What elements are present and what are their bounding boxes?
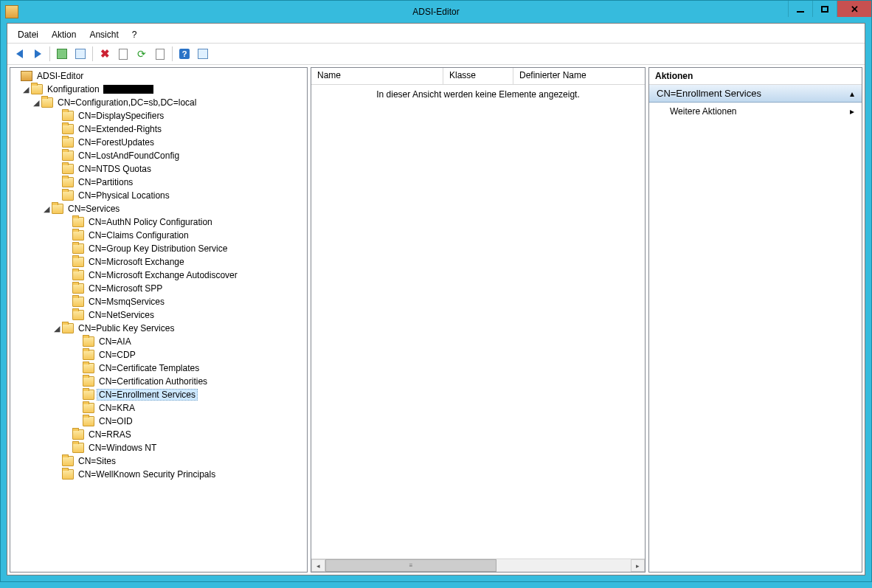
expander-icon[interactable]: ◢ bbox=[21, 84, 31, 94]
tree-services[interactable]: ◢ CN=Services bbox=[10, 202, 307, 215]
back-button[interactable] bbox=[10, 45, 28, 63]
refresh-button[interactable]: ⟳ bbox=[133, 45, 150, 63]
adsi-root-icon bbox=[21, 71, 32, 81]
tree-item[interactable]: ▸CN=Extended-Rights bbox=[10, 122, 307, 136]
actions-pane-icon bbox=[198, 49, 208, 59]
menu-ansicht[interactable]: Ansicht bbox=[83, 28, 124, 41]
properties-button[interactable] bbox=[114, 45, 132, 63]
scroll-track[interactable]: ≡ bbox=[325, 559, 631, 572]
tree-item[interactable]: ▸CN=MsmqServices bbox=[10, 295, 307, 308]
tree-pane[interactable]: ▸ ADSI-Editor ◢ Konfiguration ◢ CN=Confi… bbox=[10, 67, 308, 573]
folder-icon bbox=[62, 164, 74, 174]
minimize-button[interactable] bbox=[788, 1, 812, 17]
folder-icon bbox=[83, 416, 94, 426]
pane-icon bbox=[75, 49, 86, 59]
tree-item[interactable]: ▸CN=NTDS Quotas bbox=[10, 162, 307, 176]
forward-button[interactable] bbox=[29, 45, 46, 63]
export-button[interactable] bbox=[151, 45, 169, 63]
app-body: Datei Aktion Ansicht ? ✖ ⟳ ? bbox=[7, 23, 865, 575]
column-name[interactable]: Name bbox=[311, 68, 443, 84]
toolbar-separator bbox=[92, 46, 93, 61]
column-klasse[interactable]: Klasse bbox=[443, 68, 513, 84]
folder-icon bbox=[62, 151, 74, 161]
tree-item[interactable]: ▸CN=RRAS bbox=[10, 428, 307, 441]
horizontal-scrollbar[interactable]: ◂ ≡ ▸ bbox=[311, 558, 645, 572]
tree-label: CN=Certificate Templates bbox=[97, 362, 201, 374]
close-button[interactable]: ✕ bbox=[837, 1, 871, 17]
tree-label: CN=DisplaySpecifiers bbox=[76, 110, 166, 122]
actions-more[interactable]: Weitere Aktionen ▸ bbox=[649, 103, 862, 120]
tree-item[interactable]: ▸CN=Certification Authorities bbox=[10, 375, 307, 388]
tree-root[interactable]: ▸ ADSI-Editor bbox=[10, 69, 307, 83]
folder-icon bbox=[52, 204, 63, 214]
folder-icon bbox=[72, 310, 84, 320]
show-actions-button[interactable] bbox=[194, 45, 212, 63]
list-pane[interactable]: Name Klasse Definierter Name In dieser A… bbox=[311, 67, 646, 573]
scroll-thumb[interactable]: ≡ bbox=[325, 559, 496, 572]
help-icon: ? bbox=[179, 49, 190, 59]
tree-label: CN=Partitions bbox=[76, 176, 135, 188]
tree-label: CN=NTDS Quotas bbox=[76, 163, 153, 175]
tree-item[interactable]: ▸CN=Certificate Templates bbox=[10, 362, 307, 375]
empty-message: In dieser Ansicht werden keine Elemente … bbox=[376, 89, 580, 100]
menu-help[interactable]: ? bbox=[126, 28, 143, 41]
tree-item[interactable]: ▸CN=KRA bbox=[10, 401, 307, 415]
tree-item[interactable]: ▸CN=Microsoft Exchange bbox=[10, 255, 307, 269]
tree-item[interactable]: ▸CN=Windows NT bbox=[10, 441, 307, 454]
expander-icon[interactable]: ◢ bbox=[52, 323, 62, 333]
tree-item[interactable]: ▸CN=ForestUpdates bbox=[10, 136, 307, 149]
folder-icon bbox=[41, 97, 53, 108]
tree-item[interactable]: ▸CN=Partitions bbox=[10, 176, 307, 189]
menu-aktion[interactable]: Aktion bbox=[46, 28, 82, 41]
folder-icon bbox=[83, 390, 94, 400]
column-dn[interactable]: Definierter Name bbox=[513, 68, 645, 84]
folder-icon bbox=[83, 376, 94, 387]
tree-item[interactable]: ▸CN=DisplaySpecifiers bbox=[10, 109, 307, 122]
tree-item[interactable]: ▸CN=Microsoft Exchange Autodiscover bbox=[10, 269, 307, 282]
folder-icon bbox=[83, 363, 94, 373]
actions-selected-node[interactable]: CN=Enrollment Services ▴ bbox=[649, 85, 862, 103]
tree-item[interactable]: ▸CN=CDP bbox=[10, 348, 307, 362]
show-hide-tree-button[interactable] bbox=[72, 45, 89, 63]
tree-item[interactable]: ▸CN=WellKnown Security Principals bbox=[10, 468, 307, 481]
tree-label: CN=AIA bbox=[97, 336, 134, 347]
folder-icon bbox=[62, 137, 74, 148]
up-button[interactable] bbox=[53, 45, 71, 63]
toolbar: ✖ ⟳ ? bbox=[7, 44, 865, 65]
tree-item[interactable]: ▸CN=Physical Locations bbox=[10, 189, 307, 202]
delete-button[interactable]: ✖ bbox=[96, 45, 114, 63]
tree-public-key-services[interactable]: ◢ CN=Public Key Services bbox=[10, 322, 307, 335]
scroll-left-button[interactable]: ◂ bbox=[311, 559, 325, 572]
tree-label: CN=Claims Configuration bbox=[86, 229, 191, 241]
tree-configuration-dn[interactable]: ◢ CN=Configuration,DC=sb,DC=local bbox=[10, 96, 307, 109]
menu-datei[interactable]: Datei bbox=[12, 28, 44, 41]
tree-label: CN=Microsoft Exchange bbox=[86, 256, 187, 268]
tree-enrollment-services[interactable]: ▸ CN=Enrollment Services bbox=[10, 388, 307, 401]
tree-konfiguration[interactable]: ◢ Konfiguration bbox=[10, 83, 307, 96]
tree-item[interactable]: ▸CN=LostAndFoundConfig bbox=[10, 149, 307, 162]
folder-icon bbox=[72, 243, 84, 254]
tree-item[interactable]: ▸CN=Group Key Distribution Service bbox=[10, 242, 307, 255]
tree-item[interactable]: ▸CN=Microsoft SPP bbox=[10, 282, 307, 295]
tree-item[interactable]: ▸CN=AIA bbox=[10, 335, 307, 348]
maximize-button[interactable] bbox=[812, 1, 837, 17]
folder-icon bbox=[72, 270, 84, 280]
actions-selected-label: CN=Enrollment Services bbox=[657, 88, 761, 99]
expander-icon[interactable]: ◢ bbox=[31, 97, 41, 108]
tree-label: CN=Services bbox=[66, 203, 122, 215]
tree-item[interactable]: ▸CN=AuthN Policy Configuration bbox=[10, 215, 307, 229]
tree-label: CN=Group Key Distribution Service bbox=[86, 243, 229, 255]
folder-icon bbox=[62, 469, 74, 480]
tree-label: CN=MsmqServices bbox=[86, 296, 167, 308]
expander-icon[interactable]: ◢ bbox=[41, 204, 52, 214]
tree-item[interactable]: ▸CN=NetServices bbox=[10, 308, 307, 322]
titlebar[interactable]: ADSI-Editor ✕ bbox=[1, 1, 871, 23]
tree-item[interactable]: ▸CN=Sites bbox=[10, 454, 307, 468]
tree-label: CN=Microsoft Exchange Autodiscover bbox=[86, 269, 240, 281]
help-button[interactable]: ? bbox=[176, 45, 193, 63]
tree-item[interactable]: ▸CN=Claims Configuration bbox=[10, 229, 307, 242]
scroll-right-button[interactable]: ▸ bbox=[631, 559, 645, 572]
folder-icon bbox=[62, 190, 74, 201]
menubar: Datei Aktion Ansicht ? bbox=[7, 27, 865, 44]
tree-item[interactable]: ▸CN=OID bbox=[10, 415, 307, 428]
